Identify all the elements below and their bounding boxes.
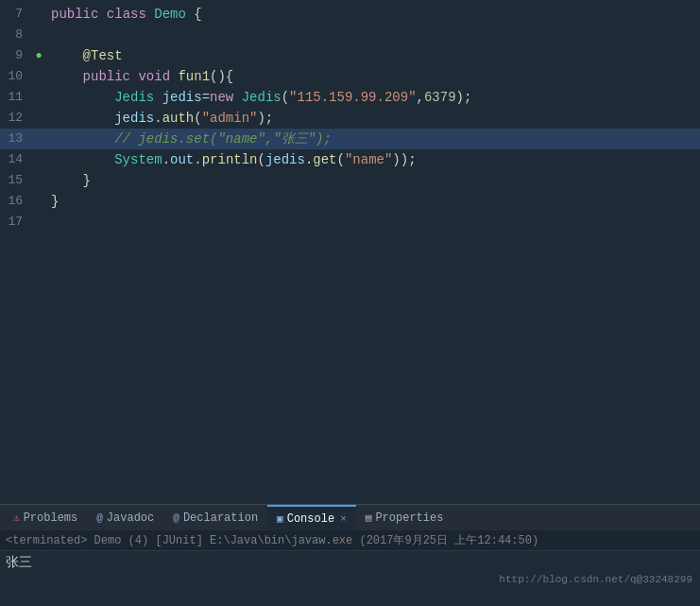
code-token: Demo [154,7,186,22]
code-token: ); [257,111,273,126]
code-editor: 7public class Demo {89● @Test10 public v… [0,0,700,504]
code-token [98,7,106,22]
code-line: 17 [0,212,700,233]
code-token: )); [392,152,416,167]
line-number: 10 [0,66,30,87]
line-content: Jedis jedis=new Jedis("115.159.99.209",6… [47,87,700,108]
code-line: 16} [0,191,700,212]
tab-javadoc[interactable]: @Javadoc [87,505,163,530]
line-content: System.out.println(jedis.get("name")); [47,149,700,170]
line-number: 13 [0,129,30,149]
code-token: ( [194,111,201,126]
code-token: class [107,7,146,22]
tab-icon-console: ▣ [277,512,283,525]
code-token: 6379 [424,90,456,105]
code-token: { [186,7,202,22]
code-token: Jedis [114,90,154,105]
tab-label-console: Console [287,512,334,526]
line-content: } [47,191,700,212]
tab-label-problems: Problems [24,511,78,525]
code-token: ( [257,152,265,167]
code-token: ); [456,90,472,105]
code-token: public [51,7,98,22]
line-content: public void fun1(){ [47,66,700,87]
tab-icon-declaration: @ [173,512,179,524]
code-token: } [51,194,59,209]
line-number: 9 [0,45,30,66]
code-token: ( [337,152,345,167]
line-gutter: ● [30,45,47,66]
tab-properties[interactable]: ▤Properties [356,505,453,530]
code-token: // jedis.set("name","张三"); [114,131,332,147]
code-line: 12 jedis.auth("admin"); [0,108,700,129]
tab-icon-javadoc: @ [96,512,103,524]
tab-label-javadoc: Javadoc [107,511,154,525]
console-terminated-text: <terminated> Demo (4) [JUnit] E:\Java\bi… [0,530,700,551]
code-line: 15 } [0,170,700,191]
code-token: } [83,173,91,188]
code-line: 13 // jedis.set("name","张三"); [0,129,700,149]
code-line: 11 Jedis jedis=new Jedis("115.159.99.209… [0,87,700,108]
tab-close-console[interactable]: × [340,513,347,525]
code-lines: 7public class Demo {89● @Test10 public v… [0,0,700,504]
tab-icon-properties: ▤ [366,511,372,524]
line-number: 7 [0,4,30,25]
code-token: println [202,152,258,167]
tab-console[interactable]: ▣Console× [267,505,356,530]
tab-label-properties: Properties [375,511,443,525]
code-token: out [170,152,194,167]
line-content: @Test [47,45,700,66]
line-content: public class Demo { [47,4,700,25]
code-token [154,90,162,105]
code-line: 14 System.out.println(jedis.get("name"))… [0,149,700,170]
code-token: Jedis [242,90,282,105]
line-number: 14 [0,149,30,170]
line-number: 16 [0,191,30,212]
code-token: "115.159.99.209" [289,90,416,105]
code-token: = [202,90,210,105]
code-token: void [138,69,170,84]
code-token: get [313,152,336,167]
code-token [146,7,154,22]
line-number: 17 [0,212,30,233]
code-token: . [154,111,162,126]
code-token: "admin" [202,111,258,126]
code-line: 8 [0,25,700,45]
line-number: 15 [0,170,30,191]
code-line: 9● @Test [0,45,700,66]
code-token: fun1 [178,69,210,84]
bottom-tabs-bar: ⚠Problems@Javadoc@Declaration▣Console×▤P… [0,504,700,530]
tab-icon-problems: ⚠ [13,511,20,524]
line-content: } [47,170,700,191]
code-token: jedis [114,111,154,126]
code-token: . [194,152,201,167]
test-annotation-icon: ● [35,45,42,66]
line-number: 8 [0,25,30,45]
code-token: jedis [265,152,305,167]
tab-label-declaration: Declaration [183,511,258,525]
line-content: // jedis.set("name","张三"); [47,129,700,149]
tab-problems[interactable]: ⚠Problems [4,505,87,530]
code-token: ( [282,90,289,105]
code-token: auth [162,111,195,126]
code-token: @Test [83,48,123,63]
console-area: <terminated> Demo (4) [JUnit] E:\Java\bi… [0,530,700,606]
tab-declaration[interactable]: @Declaration [163,505,267,530]
line-number: 12 [0,108,30,129]
code-token: System [114,152,162,167]
code-token: . [162,152,170,167]
line-number: 11 [0,87,30,108]
code-line: 7public class Demo { [0,4,700,25]
code-token [233,90,241,105]
code-line: 10 public void fun1(){ [0,66,700,87]
code-token: public [83,69,130,84]
watermark: http://blog.csdn.net/q@33248299 [499,574,692,585]
code-token: new [210,90,233,105]
line-content: jedis.auth("admin"); [47,108,700,129]
code-token: (){ [210,69,233,84]
code-token: jedis [162,90,202,105]
code-token: , [417,90,424,105]
code-token: "name" [345,152,392,167]
